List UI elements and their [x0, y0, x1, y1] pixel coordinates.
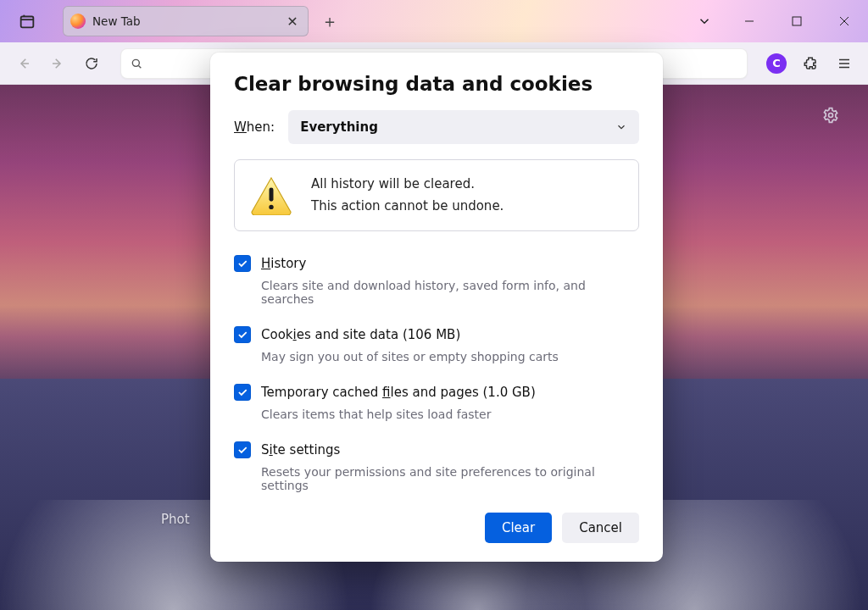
- new-tab-button[interactable]: ＋: [315, 7, 344, 36]
- warning-line-2: This action cannot be undone.: [311, 196, 504, 218]
- reload-button[interactable]: [76, 48, 107, 79]
- warning-text: All history will be cleared. This action…: [311, 174, 504, 217]
- svg-rect-1: [793, 17, 801, 25]
- window-close-button[interactable]: [821, 0, 868, 42]
- when-selected-value: Everything: [300, 119, 378, 135]
- clear-option: Temporary cached files and pages (1.0 GB…: [234, 384, 639, 421]
- account-button[interactable]: C: [761, 48, 792, 79]
- svg-rect-5: [270, 187, 274, 201]
- tab-title: New Tab: [92, 14, 277, 28]
- forward-button[interactable]: [42, 48, 73, 79]
- cancel-button[interactable]: Cancel: [562, 513, 639, 543]
- option-label: History: [261, 256, 306, 271]
- option-description: Clears site and download history, saved …: [261, 279, 639, 306]
- list-all-tabs-button[interactable]: [690, 7, 719, 36]
- clear-option-row[interactable]: Cookies and site data (106 MB): [234, 326, 639, 343]
- svg-point-3: [829, 114, 833, 118]
- clear-option: Site settingsResets your permissions and…: [234, 441, 639, 492]
- extensions-button[interactable]: [795, 48, 826, 79]
- window-maximize-button[interactable]: [773, 0, 821, 42]
- warning-icon: [250, 176, 292, 215]
- app-menu-button[interactable]: [829, 48, 860, 79]
- clear-option: HistoryClears site and download history,…: [234, 255, 639, 306]
- gear-icon: [822, 107, 839, 124]
- option-label: Cookies and site data (106 MB): [261, 327, 460, 342]
- option-description: Resets your permissions and site prefere…: [261, 465, 639, 492]
- window-controls: [726, 0, 868, 42]
- svg-rect-0: [21, 17, 34, 28]
- checkbox[interactable]: [234, 255, 251, 272]
- clear-button[interactable]: Clear: [485, 513, 552, 543]
- checkbox[interactable]: [234, 384, 251, 401]
- when-range-select[interactable]: Everything: [288, 110, 639, 144]
- customize-gear-button[interactable]: [817, 102, 844, 129]
- clear-option-row[interactable]: Site settings: [234, 441, 639, 458]
- clear-browsing-data-dialog: Clear browsing data and cookies When: Ev…: [210, 53, 663, 562]
- list-all-tabs-left-button[interactable]: [8, 3, 46, 40]
- when-label: When:: [234, 119, 275, 135]
- photo-credit: Phot: [161, 512, 190, 527]
- chevron-down-icon: [615, 121, 627, 133]
- clear-option-row[interactable]: Temporary cached files and pages (1.0 GB…: [234, 384, 639, 401]
- browser-titlebar: New Tab ✕ ＋: [0, 0, 868, 42]
- warning-line-1: All history will be cleared.: [311, 174, 504, 196]
- clear-option: Cookies and site data (106 MB)May sign y…: [234, 326, 639, 363]
- option-description: Clears items that help sites load faster: [261, 408, 639, 421]
- firefox-favicon-icon: [70, 14, 86, 29]
- close-tab-button[interactable]: ✕: [284, 13, 301, 30]
- window-minimize-button[interactable]: [726, 0, 773, 42]
- svg-point-2: [132, 59, 139, 66]
- dialog-actions: Clear Cancel: [234, 513, 639, 543]
- checkbox[interactable]: [234, 441, 251, 458]
- search-icon: [130, 57, 143, 70]
- clear-option-row[interactable]: History: [234, 255, 639, 272]
- dialog-title: Clear browsing data and cookies: [234, 73, 639, 95]
- warning-box: All history will be cleared. This action…: [234, 159, 639, 231]
- back-button[interactable]: [8, 48, 39, 79]
- option-description: May sign you out of sites or empty shopp…: [261, 350, 639, 363]
- option-label: Temporary cached files and pages (1.0 GB…: [261, 385, 536, 400]
- account-avatar: C: [766, 53, 787, 74]
- option-label: Site settings: [261, 442, 340, 458]
- checkbox[interactable]: [234, 326, 251, 343]
- browser-tab[interactable]: New Tab ✕: [63, 6, 309, 36]
- svg-point-4: [269, 204, 273, 208]
- when-row: When: Everything: [234, 110, 639, 144]
